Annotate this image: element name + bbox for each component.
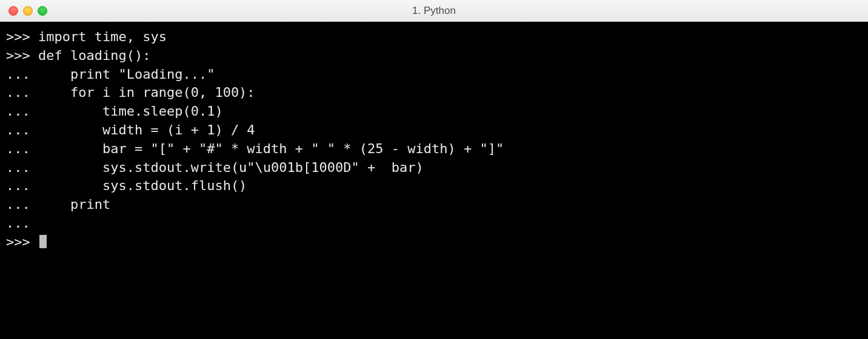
terminal-line: ...	[6, 214, 862, 233]
window-title: 1. Python	[412, 5, 456, 17]
terminal-line: ... print "Loading..."	[6, 65, 862, 84]
repl-prompt: ...	[6, 104, 30, 119]
repl-text: sys.stdout.write(u"\u001b[1000D" + bar)	[30, 160, 424, 175]
repl-prompt: >>>	[6, 48, 30, 63]
repl-prompt: >>>	[6, 234, 30, 249]
repl-text: print	[30, 197, 110, 212]
repl-prompt: ...	[6, 85, 30, 100]
titlebar: 1. Python	[0, 0, 868, 22]
repl-text: time.sleep(0.1)	[30, 104, 223, 119]
terminal-line: >>> import time, sys	[6, 28, 862, 47]
repl-prompt: ...	[6, 122, 30, 137]
maximize-icon[interactable]	[38, 6, 47, 16]
repl-prompt: >>>	[6, 29, 30, 44]
repl-text: import time, sys	[30, 29, 167, 44]
terminal-line: ... print	[6, 196, 862, 214]
repl-prompt: ...	[6, 178, 30, 193]
cursor-icon	[39, 235, 47, 248]
minimize-icon[interactable]	[23, 6, 33, 16]
terminal-line: ... sys.stdout.flush()	[6, 177, 862, 196]
terminal-window: 1. Python >>> import time, sys>>> def lo…	[0, 0, 868, 339]
traffic-lights	[8, 6, 47, 16]
terminal-output[interactable]: >>> import time, sys>>> def loading():..…	[0, 22, 868, 339]
terminal-line: ... sys.stdout.write(u"\u001b[1000D" + b…	[6, 159, 862, 177]
repl-text: bar = "[" + "#" * width + " " * (25 - wi…	[30, 141, 504, 156]
terminal-line: ... bar = "[" + "#" * width + " " * (25 …	[6, 140, 862, 159]
repl-prompt: ...	[6, 67, 30, 82]
close-icon[interactable]	[8, 6, 18, 16]
terminal-line: >>> def loading():	[6, 47, 862, 65]
repl-prompt: ...	[6, 160, 30, 175]
repl-text: sys.stdout.flush()	[30, 178, 247, 193]
repl-prompt: ...	[6, 197, 30, 212]
terminal-line: >>>	[6, 233, 862, 252]
repl-text: def loading():	[30, 48, 151, 63]
terminal-line: ... width = (i + 1) / 4	[6, 121, 862, 140]
repl-text: print "Loading..."	[30, 67, 215, 82]
repl-text: width = (i + 1) / 4	[30, 122, 255, 137]
repl-text: for i in range(0, 100):	[30, 85, 255, 100]
terminal-line: ... for i in range(0, 100):	[6, 84, 862, 102]
repl-prompt: ...	[6, 141, 30, 156]
terminal-line: ... time.sleep(0.1)	[6, 102, 862, 121]
repl-text	[30, 234, 38, 249]
repl-prompt: ...	[6, 216, 30, 231]
